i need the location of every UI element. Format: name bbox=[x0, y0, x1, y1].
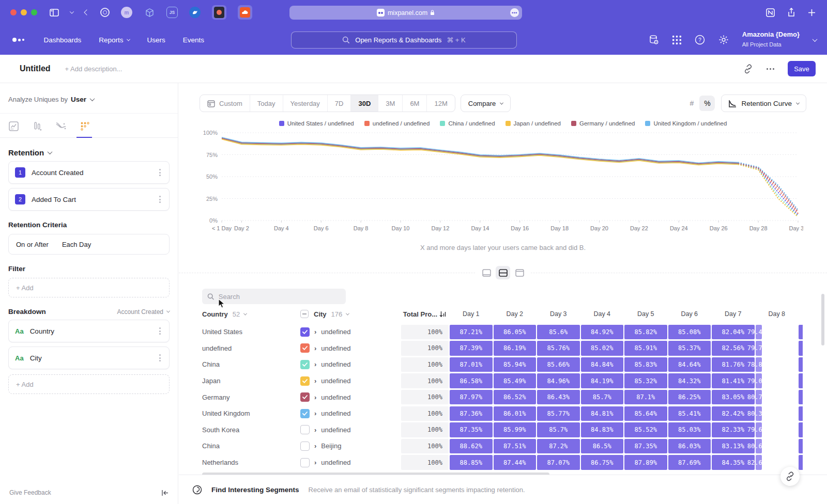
extension-cube-icon[interactable] bbox=[144, 7, 155, 18]
retention-cell[interactable]: 78.87% bbox=[756, 357, 762, 372]
range-12m[interactable]: 12M bbox=[427, 95, 454, 112]
day-column-header[interactable]: Day 1 bbox=[449, 310, 493, 318]
retention-cell[interactable]: 85.08% bbox=[668, 325, 711, 340]
retention-cell[interactable]: 86.05% bbox=[494, 325, 537, 340]
count-toggle-button[interactable]: # bbox=[684, 96, 699, 111]
country-column-header[interactable]: Country52 bbox=[202, 310, 300, 318]
split-view-button[interactable] bbox=[496, 266, 510, 279]
retention-cell[interactable]: 87.2% bbox=[537, 439, 580, 454]
expand-row-icon[interactable]: › bbox=[314, 360, 316, 368]
save-button[interactable]: Save bbox=[788, 61, 816, 76]
find-segments-button[interactable]: Find Interesting Segments bbox=[211, 486, 299, 494]
table-row[interactable]: Japan›undefined100%86.58%85.49%84.96%84.… bbox=[202, 373, 827, 389]
step-menu-icon[interactable] bbox=[157, 194, 163, 205]
series-checkbox[interactable] bbox=[300, 343, 310, 353]
retention-cell[interactable]: 86.01% bbox=[494, 406, 537, 421]
global-search-input[interactable]: Open Reports & Dashboards ⌘ + K bbox=[291, 32, 517, 49]
day-column-header[interactable]: Day 2 bbox=[493, 310, 537, 318]
help-icon[interactable]: ? bbox=[695, 35, 705, 45]
retention-cell[interactable]: 87.44% bbox=[494, 455, 537, 470]
day-column-header[interactable]: Day 5 bbox=[624, 310, 668, 318]
percent-toggle-button[interactable]: % bbox=[699, 96, 715, 111]
extension-cloud-icon[interactable] bbox=[238, 5, 252, 20]
criteria-each-day[interactable]: Each Day bbox=[62, 241, 91, 248]
tab-flows-icon[interactable] bbox=[56, 121, 66, 131]
legend-item[interactable]: undefined / undefined bbox=[364, 120, 430, 127]
day-column-header[interactable]: Day 6 bbox=[668, 310, 712, 318]
retention-cell[interactable]: 84.84% bbox=[581, 357, 624, 372]
day-column-header[interactable]: Day 8 bbox=[755, 310, 799, 318]
retention-cell[interactable]: 87.89% bbox=[624, 455, 667, 470]
back-icon[interactable] bbox=[84, 9, 89, 15]
retention-cell[interactable]: 85.02% bbox=[581, 341, 624, 356]
nav-item-events[interactable]: Events bbox=[183, 36, 204, 44]
retention-cell[interactable]: 86.52% bbox=[494, 390, 537, 405]
retention-cell[interactable]: 85.52% bbox=[624, 422, 667, 437]
retention-cell[interactable]: 85.99% bbox=[494, 422, 537, 437]
collapse-sidebar-icon[interactable] bbox=[161, 490, 169, 496]
retention-cell[interactable]: 80.71% bbox=[756, 390, 762, 405]
day-column-header[interactable]: Day 4 bbox=[580, 310, 624, 318]
close-window-button[interactable] bbox=[10, 9, 17, 15]
new-tab-icon[interactable] bbox=[808, 9, 816, 17]
table-row[interactable]: China›undefined100%87.01%85.94%85.66%84.… bbox=[202, 356, 827, 373]
table-row[interactable]: undefined›undefined100%87.39%86.19%85.76… bbox=[202, 340, 827, 357]
nav-item-dashboards[interactable]: Dashboards bbox=[44, 36, 82, 44]
give-feedback-link[interactable]: Give Feedback bbox=[9, 489, 51, 496]
retention-cell[interactable]: 86.03% bbox=[668, 439, 711, 454]
copy-link-icon[interactable] bbox=[743, 64, 753, 74]
retention-cell[interactable]: 87.97% bbox=[450, 390, 493, 405]
breakdown-card-country[interactable]: Aa Country bbox=[8, 320, 170, 342]
range-30d[interactable]: 30D bbox=[351, 95, 378, 112]
tab-insights-icon[interactable] bbox=[8, 121, 19, 131]
minimize-window-button[interactable] bbox=[21, 9, 27, 15]
vertical-scrollbar[interactable] bbox=[821, 294, 824, 345]
retention-cell[interactable]: 87.69% bbox=[668, 455, 711, 470]
legend-item[interactable]: Germany / undefined bbox=[571, 120, 635, 127]
legend-item[interactable]: Japan / undefined bbox=[506, 120, 561, 127]
retention-cell[interactable]: 79.05% bbox=[756, 373, 762, 388]
compare-button[interactable]: Compare bbox=[461, 94, 511, 112]
nav-item-users[interactable]: Users bbox=[147, 36, 165, 44]
filter-add-button[interactable]: + Add bbox=[8, 278, 170, 297]
range-7d[interactable]: 7D bbox=[328, 95, 351, 112]
extension-m-icon[interactable]: m bbox=[121, 7, 132, 18]
retention-cell[interactable]: 79.77% bbox=[756, 341, 762, 356]
mixpanel-logo-icon[interactable] bbox=[12, 38, 24, 42]
total-column-header[interactable]: Total Pro... bbox=[401, 310, 449, 318]
series-checkbox[interactable] bbox=[300, 442, 310, 451]
legend-item[interactable]: United Kingdom / undefined bbox=[645, 120, 727, 127]
breakdown-card-city[interactable]: Aa City bbox=[8, 346, 170, 369]
project-switcher[interactable]: Amazonia {Demo} All Project Data bbox=[742, 30, 800, 49]
expand-row-icon[interactable]: › bbox=[314, 344, 316, 352]
retention-cell[interactable]: 84.32% bbox=[668, 373, 711, 388]
retention-cell[interactable]: 79.49% bbox=[756, 325, 762, 340]
expand-row-icon[interactable]: › bbox=[314, 442, 316, 450]
retention-cell[interactable]: 85.83% bbox=[624, 357, 667, 372]
table-row[interactable]: China›Beijing100%88.62%87.51%87.2%86.5%8… bbox=[202, 438, 827, 454]
chart-type-dropdown[interactable]: Retention Curve bbox=[721, 94, 806, 112]
retention-cell[interactable]: 87.1% bbox=[624, 390, 667, 405]
retention-cell[interactable]: 84.96% bbox=[537, 373, 580, 388]
retention-cell[interactable]: 87.39% bbox=[450, 341, 493, 356]
retention-cell[interactable]: 84.19% bbox=[581, 373, 624, 388]
retention-cell[interactable]: 86.43% bbox=[537, 390, 580, 405]
expand-row-icon[interactable]: › bbox=[314, 377, 316, 385]
share-link-floating-button[interactable] bbox=[780, 467, 800, 486]
retention-cell[interactable]: 85.7% bbox=[537, 422, 580, 437]
range-3m[interactable]: 3M bbox=[378, 95, 403, 112]
retention-cell[interactable]: 85.94% bbox=[494, 357, 537, 372]
range-yesterday[interactable]: Yesterday bbox=[283, 95, 328, 112]
add-description[interactable]: + Add description... bbox=[65, 65, 122, 73]
retention-criteria-card[interactable]: On or After Each Day bbox=[8, 234, 170, 255]
retention-cell[interactable]: 85.6% bbox=[537, 325, 580, 340]
series-checkbox[interactable] bbox=[300, 327, 310, 337]
retention-cell[interactable]: 80.68% bbox=[756, 439, 762, 454]
retention-cell[interactable]: 84.64% bbox=[668, 357, 711, 372]
retention-cell[interactable]: 86.19% bbox=[494, 341, 537, 356]
zoom-window-button[interactable] bbox=[31, 9, 37, 15]
retention-cell[interactable]: 87.01% bbox=[450, 357, 493, 372]
range-6m[interactable]: 6M bbox=[403, 95, 427, 112]
criteria-on-or-after[interactable]: On or After bbox=[16, 241, 49, 248]
expand-row-icon[interactable]: › bbox=[314, 426, 316, 434]
